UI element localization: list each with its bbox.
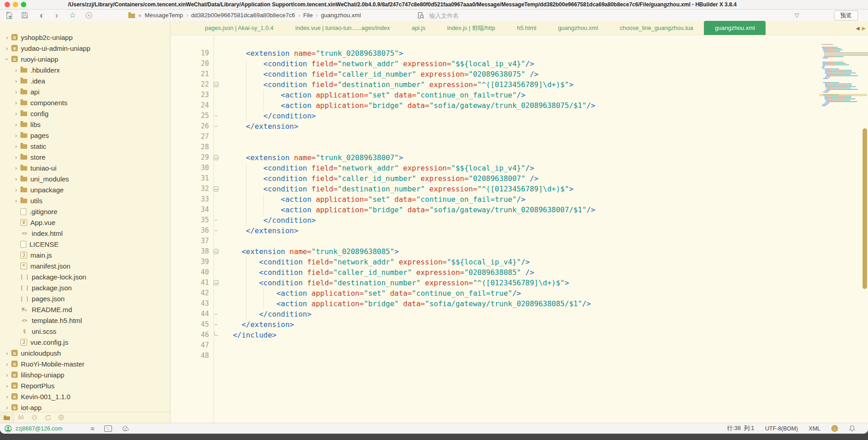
code-line[interactable]: 19 <extension name="trunk_02089638075"> [170,48,868,59]
tree-item-components[interactable]: ›components [0,97,170,108]
tree-item-main-js[interactable]: Jmain.js [0,249,170,260]
code-line[interactable]: 33 <action application="set" data="conti… [170,194,868,205]
tree-chevron-icon[interactable]: › [4,361,10,367]
tree-item-license[interactable]: LICENSE [0,239,170,249]
code-line[interactable]: 26 </extension> [170,121,868,132]
code-line[interactable]: 21 <condition field="caller_id_number" e… [170,69,868,79]
tree-item--gitignore[interactable]: .gitignore [0,206,170,217]
tab-scroll-left-icon[interactable]: ◀ [856,25,859,31]
tree-chevron-icon[interactable]: › [13,176,19,182]
code-line[interactable]: 41‒ <condition field="destination_number… [170,278,868,288]
fold-collapse-icon[interactable]: ‒ [213,82,218,87]
tree-chevron-icon[interactable]: › [4,393,10,400]
terminal-icon[interactable]: ›_ [104,425,112,432]
fold-collapse-icon[interactable]: ‒ [213,155,218,160]
tree-chevron-icon[interactable]: › [13,165,19,171]
tree-chevron-icon[interactable]: › [4,56,10,63]
cursor-position[interactable]: 行:38 列:1 [727,425,754,432]
search-button[interactable] [14,413,28,423]
tree-item-uni-modules[interactable]: ›uni_modules [0,173,170,184]
editor-tab[interactable]: choose_line_guangzhou.lua [609,21,704,35]
minimize-window-button[interactable] [13,2,18,7]
tree-chevron-icon[interactable]: › [13,197,19,204]
new-file-button[interactable] [4,10,15,21]
tree-item-package-json[interactable]: [ ]package.json [0,282,170,293]
tree-item-index-html[interactable]: <>index.html [0,228,170,239]
sync-button[interactable] [41,413,55,423]
code-line[interactable]: 28 [170,142,868,152]
cloud-icon[interactable] [122,425,129,432]
tree-chevron-icon[interactable]: › [4,372,10,378]
forward-button[interactable]: › [52,10,62,21]
tree-chevron-icon[interactable]: › [13,121,19,128]
tree-chevron-icon[interactable]: › [13,110,19,117]
tree-chevron-icon[interactable]: › [4,404,10,411]
editor-tab[interactable]: pages.json | Akai-sy_1.0.4 [194,21,285,35]
fold-collapse-icon[interactable]: ‒ [213,186,218,191]
code-line[interactable]: 30 <condition field="network_addr" expre… [170,163,868,173]
tree-chevron-icon[interactable]: › [13,132,19,139]
tree-item--idea[interactable]: ›.idea [0,75,170,86]
fold-column[interactable]: ‒ [209,278,228,288]
editor-tab[interactable]: h5.html [506,21,548,35]
bell-icon[interactable] [849,425,855,432]
update-download-icon[interactable]: ↓ [831,425,838,432]
code-line[interactable]: 40 <condition field="caller_id_number" e… [170,267,868,278]
code-editor[interactable]: 19 <extension name="trunk_02089638075">2… [170,35,868,423]
vertical-scrollbar[interactable] [863,128,867,289]
fold-collapse-icon[interactable]: ‒ [213,249,218,254]
tree-item-utils[interactable]: ›utils [0,195,170,206]
tree-item-vue-config-js[interactable]: Jvue.config.js [0,337,170,347]
tree-item-ruoyi-mobile-master[interactable]: ›uRuoYi-Mobile-master [0,358,170,369]
account-email[interactable]: zzj8687@126.com [15,425,63,432]
zoom-window-button[interactable] [21,2,26,7]
tree-chevron-icon[interactable]: › [13,78,19,84]
collapse-crumbs-icon[interactable]: « [138,12,141,19]
run-button[interactable] [83,10,94,21]
project-explorer-button[interactable] [0,413,14,423]
editor-tab[interactable]: index.vue | tuniao-tun......ages/index [285,21,401,35]
tree-item-tuniao-ui[interactable]: ›tuniao-ui [0,162,170,173]
language-selector[interactable]: XML [809,425,820,432]
code-line[interactable]: 37 [170,236,868,246]
tree-item-unpackage[interactable]: ›unpackage [0,184,170,195]
code-line[interactable]: 36 </extension> [170,225,868,236]
code-line[interactable]: 47 [170,340,868,351]
tab-scroll-right-icon[interactable]: ▶ [862,25,866,31]
tree-chevron-icon[interactable]: › [13,186,19,193]
favorite-button[interactable]: ☆ [67,10,78,21]
code-line[interactable]: 44 </condition> [170,309,868,319]
editor-tab[interactable]: index.js | 前端/http [436,21,506,35]
breadcrumb-item[interactable]: File [303,12,313,19]
code-line[interactable]: 29‒ <extension name="trunk_02089638007"> [170,152,868,163]
preview-button[interactable]: 预览 [834,10,858,20]
breadcrumb-item[interactable]: MessageTemp [145,12,183,19]
outline-list-icon[interactable]: ≡ [91,425,94,432]
fold-column[interactable]: ‒ [209,152,228,163]
tree-chevron-icon[interactable]: › [4,350,10,357]
code-line[interactable]: 22‒ <condition field="destination_number… [170,79,868,90]
tree-chevron-icon[interactable]: › [13,143,19,150]
code-line[interactable]: 39 <condition field="network_addr" expre… [170,257,868,267]
tree-chevron-icon[interactable]: › [4,45,10,52]
tree-chevron-icon[interactable]: › [4,382,10,389]
tree-item-yshopb2c-uniapp[interactable]: ›uyshopb2c-uniapp [0,32,170,43]
tree-item-pages[interactable]: ›pages [0,130,170,141]
search-input[interactable] [428,10,779,20]
filter-button[interactable]: ▽ [792,10,801,21]
tree-item-libs[interactable]: ›libs [0,119,170,130]
tree-item-lilishop-uniapp[interactable]: ›ulilishop-uniapp [0,369,170,380]
tree-item-static[interactable]: ›static [0,141,170,152]
encoding-selector[interactable]: UTF-8(BOM) [765,425,798,432]
tree-item-pages-json[interactable]: [ ]pages.json [0,293,170,304]
search-file-button[interactable] [415,10,426,21]
code-line[interactable]: 31 <condition field="caller_id_number" e… [170,173,868,184]
tree-item--hbuilderx[interactable]: ›.hbuilderx [0,64,170,75]
code-line[interactable]: 27 [170,132,868,142]
tree-item-readme-md[interactable]: M↓README.md [0,304,170,315]
tree-item-package-lock-json[interactable]: [ ]package-lock.json [0,271,170,282]
code-line[interactable]: 25 </condition> [170,111,868,121]
breadcrumb-item[interactable]: dd382b00e9667581dca69a80b8ece7c6 [191,12,295,19]
code-line[interactable]: 43 <action application="bridge" data="so… [170,298,868,309]
editor-tab[interactable]: api.js [401,21,436,35]
